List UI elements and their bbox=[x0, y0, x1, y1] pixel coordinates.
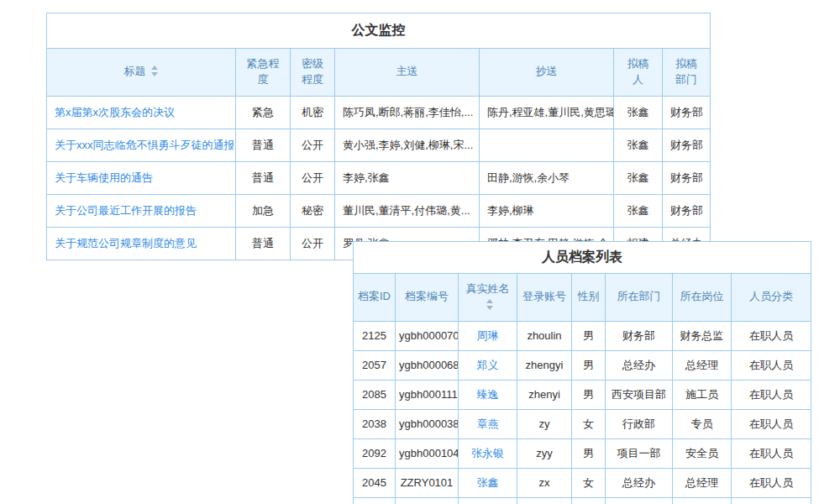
col-header-security: 密级程度 bbox=[291, 49, 335, 97]
col-header-real-name-label: 真实姓名 bbox=[466, 282, 510, 295]
cell-position: 总经理 bbox=[673, 468, 732, 497]
cell-real-name: 周琳 bbox=[459, 321, 517, 350]
col-header-drafter: 拟稿人 bbox=[614, 49, 663, 97]
cell-category: 在职人员 bbox=[732, 321, 811, 350]
table-row: 关于车辆使用的通告 普通 公开 李婷,张鑫 田静,游恢,余小琴 张鑫 财务部 bbox=[47, 161, 711, 194]
col-header-position: 所在岗位 bbox=[673, 274, 732, 322]
cell-department: 成本核算部 bbox=[606, 497, 673, 504]
col-header-title-label: 标题 bbox=[124, 65, 146, 77]
cell-position: 总经理 bbox=[673, 350, 732, 380]
doc-title-link[interactable]: 关于车辆使用的通告 bbox=[55, 171, 153, 184]
cell-urgency: 普通 bbox=[236, 161, 291, 194]
cell-login-account: zx bbox=[517, 468, 572, 497]
cell-category: 在职人员 bbox=[732, 497, 811, 504]
cell-drafter: 张鑫 bbox=[614, 161, 663, 194]
table-row: 2046 ygbh000050 张小东 zxd 男 成本核算部 成本主管 在职人… bbox=[354, 497, 811, 504]
cell-draft-dept: 财务部 bbox=[663, 129, 711, 161]
table-row: 2125 ygbh000070 周琳 zhoulin 男 财务部 财务总监 在职… bbox=[354, 321, 811, 350]
col-header-category: 人员分类 bbox=[732, 274, 811, 322]
cell-archive-no: ygbh000111 bbox=[396, 380, 459, 409]
col-header-title[interactable]: 标题 bbox=[47, 49, 236, 97]
cell-main-send: 董川民,董清平,付伟璐,黄... bbox=[335, 194, 480, 227]
cell-archive-no: ZZRY0101 bbox=[396, 468, 459, 497]
table-title-row: 人员档案列表 bbox=[354, 242, 811, 274]
cell-drafter: 张鑫 bbox=[614, 194, 663, 227]
cell-position: 施工员 bbox=[673, 380, 732, 409]
cell-login-account: zhengyi bbox=[517, 350, 572, 380]
document-monitor-table: 公文监控 标题 紧急程度 密级程度 主送 抄送 拟稿人 拟稿部门 第x届第x次股… bbox=[46, 13, 711, 260]
person-name-link[interactable]: 臻逸 bbox=[477, 388, 499, 401]
cell-draft-dept: 财务部 bbox=[663, 161, 711, 194]
cell-department: 总经办 bbox=[606, 468, 673, 497]
cell-archive-no: ygbh000070 bbox=[396, 321, 459, 350]
cell-department: 总经办 bbox=[606, 350, 673, 380]
cell-archive-id: 2045 bbox=[354, 468, 396, 497]
cell-title: 关于车辆使用的通告 bbox=[47, 161, 236, 194]
table-row: 2085 ygbh000111 臻逸 zhenyi 男 西安项目部 施工员 在职… bbox=[354, 380, 811, 409]
cell-main-send: 黄小强,李婷,刘健,柳琳,宋... bbox=[335, 129, 480, 161]
table-row: 关于xxx同志临危不惧勇斗歹徒的通报 普通 公开 黄小强,李婷,刘健,柳琳,宋.… bbox=[47, 129, 711, 161]
cell-archive-no: ygbh000038 bbox=[396, 409, 459, 438]
cell-cc: 陈丹,程亚雄,董川民,黄思璐... bbox=[480, 96, 614, 129]
cell-category: 在职人员 bbox=[732, 468, 811, 497]
cell-title: 关于xxx同志临危不惧勇斗歹徒的通报 bbox=[47, 129, 236, 161]
doc-title-link[interactable]: 关于公司最近工作开展的报告 bbox=[55, 204, 197, 217]
cell-security: 秘密 bbox=[291, 194, 335, 227]
table-title: 人员档案列表 bbox=[354, 242, 811, 274]
cell-login-account: zhenyi bbox=[517, 380, 572, 409]
person-name-link[interactable]: 张永银 bbox=[471, 447, 504, 459]
cell-login-account: zhoulin bbox=[517, 321, 572, 350]
col-header-login-account: 登录账号 bbox=[517, 274, 572, 322]
person-name-link[interactable]: 周琳 bbox=[477, 329, 499, 342]
col-header-cc: 抄送 bbox=[480, 49, 614, 97]
cell-position: 成本主管 bbox=[673, 497, 732, 504]
doc-title-link[interactable]: 第x届第x次股东会的决议 bbox=[55, 106, 175, 118]
person-name-link[interactable]: 章燕 bbox=[477, 417, 499, 430]
cell-archive-id: 2038 bbox=[354, 409, 396, 438]
cell-gender: 男 bbox=[572, 350, 606, 380]
personnel-archive-table: 人员档案列表 档案ID 档案编号 真实姓名 登录账号 性别 所在部门 所在岗位 … bbox=[353, 241, 811, 504]
person-name-link[interactable]: 郑义 bbox=[477, 359, 499, 371]
cell-login-account: zy bbox=[517, 409, 572, 438]
doc-title-link[interactable]: 关于规范公司规章制度的意见 bbox=[55, 237, 197, 249]
cell-department: 项目一部 bbox=[606, 438, 673, 468]
person-name-link[interactable]: 张鑫 bbox=[477, 476, 499, 489]
cell-security: 公开 bbox=[291, 129, 335, 161]
cell-department: 西安项目部 bbox=[606, 380, 673, 409]
table-row: 2092 ygbh000104 张永银 zyy 男 项目一部 安全员 在职人员 bbox=[354, 438, 811, 468]
col-header-draft-dept: 拟稿部门 bbox=[663, 49, 711, 97]
cell-draft-dept: 财务部 bbox=[663, 96, 711, 129]
cell-position: 安全员 bbox=[673, 438, 732, 468]
cell-archive-id: 2092 bbox=[354, 438, 396, 468]
cell-department: 财务部 bbox=[606, 321, 673, 350]
cell-gender: 女 bbox=[572, 409, 606, 438]
cell-real-name: 郑义 bbox=[459, 350, 517, 380]
cell-archive-no: ygbh000104 bbox=[396, 438, 459, 468]
doc-title-link[interactable]: 关于xxx同志临危不惧勇斗歹徒的通报 bbox=[55, 139, 235, 151]
col-header-gender: 性别 bbox=[572, 274, 606, 322]
cell-urgency: 普通 bbox=[236, 227, 291, 260]
sort-icon[interactable] bbox=[486, 298, 494, 311]
table-row: 2038 ygbh000038 章燕 zy 女 行政部 专员 在职人员 bbox=[354, 409, 811, 438]
cell-department: 行政部 bbox=[606, 409, 673, 438]
cell-archive-id: 2125 bbox=[354, 321, 396, 350]
cell-archive-no: ygbh000068 bbox=[396, 350, 459, 380]
cell-archive-id: 2046 bbox=[354, 497, 396, 504]
cell-real-name: 张小东 bbox=[459, 497, 517, 504]
col-header-department: 所在部门 bbox=[606, 274, 673, 322]
cell-login-account: zyy bbox=[517, 438, 572, 468]
cell-urgency: 加急 bbox=[236, 194, 291, 227]
cell-urgency: 普通 bbox=[236, 129, 291, 161]
col-header-real-name[interactable]: 真实姓名 bbox=[459, 274, 517, 322]
cell-real-name: 臻逸 bbox=[459, 380, 517, 409]
cell-gender: 男 bbox=[572, 497, 606, 504]
cell-security: 公开 bbox=[291, 227, 335, 260]
col-header-archive-no: 档案编号 bbox=[396, 274, 459, 322]
document-monitor-panel: 公文监控 标题 紧急程度 密级程度 主送 抄送 拟稿人 拟稿部门 第x届第x次股… bbox=[46, 13, 710, 260]
sort-icon[interactable] bbox=[150, 65, 159, 77]
header-row: 档案ID 档案编号 真实姓名 登录账号 性别 所在部门 所在岗位 人员分类 bbox=[354, 274, 811, 322]
col-header-urgency: 紧急程度 bbox=[236, 49, 291, 97]
table-row: 2045 ZZRY0101 张鑫 zx 女 总经办 总经理 在职人员 bbox=[354, 468, 811, 497]
cell-position: 财务总监 bbox=[673, 321, 732, 350]
cell-main-send: 李婷,张鑫 bbox=[335, 161, 480, 194]
